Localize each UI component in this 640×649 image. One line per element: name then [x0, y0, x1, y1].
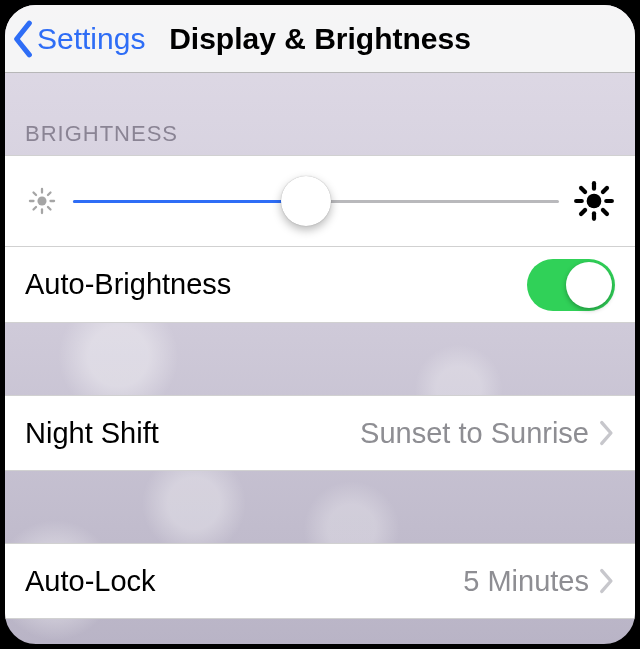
chevron-right-icon	[599, 420, 615, 446]
section-header-brightness: BRIGHTNESS	[5, 73, 635, 155]
brightness-group: Auto-Brightness	[5, 155, 635, 323]
page-title: Display & Brightness	[169, 22, 471, 56]
night-shift-row[interactable]: Night Shift Sunset to Sunrise	[5, 395, 635, 471]
svg-line-5	[34, 193, 37, 196]
svg-line-17	[603, 188, 607, 192]
sun-low-icon	[25, 184, 59, 218]
brightness-slider[interactable]	[73, 176, 559, 226]
svg-line-14	[581, 188, 585, 192]
back-button[interactable]: Settings	[11, 5, 145, 72]
auto-brightness-row: Auto-Brightness	[5, 247, 635, 323]
svg-point-9	[587, 194, 602, 209]
auto-brightness-toggle[interactable]	[527, 259, 615, 311]
auto-lock-row[interactable]: Auto-Lock 5 Minutes	[5, 543, 635, 619]
svg-line-16	[581, 210, 585, 214]
settings-screen: Settings Display & Brightness BRIGHTNESS…	[0, 0, 640, 649]
svg-line-7	[34, 207, 37, 210]
auto-brightness-label: Auto-Brightness	[25, 268, 527, 301]
back-label: Settings	[37, 22, 145, 56]
svg-line-8	[48, 193, 51, 196]
sun-high-icon	[573, 180, 615, 222]
chevron-left-icon	[11, 20, 35, 58]
chevron-right-icon	[599, 568, 615, 594]
svg-line-15	[603, 210, 607, 214]
night-shift-group: Night Shift Sunset to Sunrise	[5, 395, 635, 471]
navbar: Settings Display & Brightness	[5, 5, 635, 73]
brightness-slider-row	[5, 155, 635, 247]
auto-lock-value: 5 Minutes	[463, 565, 589, 598]
slider-thumb[interactable]	[281, 176, 331, 226]
auto-lock-group: Auto-Lock 5 Minutes	[5, 543, 635, 619]
section-gap	[5, 323, 635, 395]
night-shift-label: Night Shift	[25, 417, 360, 450]
svg-line-6	[48, 207, 51, 210]
night-shift-value: Sunset to Sunrise	[360, 417, 589, 450]
toggle-knob	[566, 262, 612, 308]
section-gap	[5, 471, 635, 543]
svg-point-0	[37, 196, 46, 205]
auto-lock-label: Auto-Lock	[25, 565, 463, 598]
slider-track-fill	[73, 200, 306, 203]
